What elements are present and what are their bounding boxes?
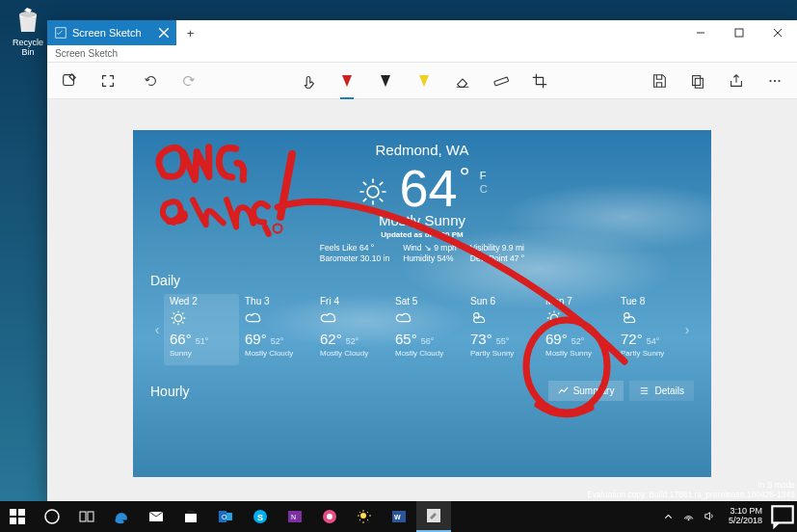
- canvas-area[interactable]: Redmond, WA 64° F C Mostly Sunny Updated…: [47, 99, 797, 501]
- tray-volume-icon[interactable]: [703, 510, 715, 524]
- svg-text:O: O: [222, 514, 227, 520]
- new-tab-button[interactable]: +: [176, 20, 205, 45]
- svg-rect-40: [772, 506, 792, 522]
- daily-prev[interactable]: ‹: [150, 322, 164, 337]
- day-lo: 51°: [196, 336, 209, 346]
- svg-point-34: [327, 514, 332, 519]
- weather-taskbar-button[interactable]: [347, 501, 382, 532]
- day-hi: 65°: [395, 331, 417, 347]
- location-label: Redmond, WA: [150, 142, 694, 158]
- tray-chevron-icon[interactable]: [662, 510, 675, 524]
- day-condition: Sunny: [170, 349, 233, 358]
- weather-card: Redmond, WA 64° F C Mostly Sunny Updated…: [133, 130, 711, 477]
- svg-rect-27: [226, 513, 232, 520]
- task-view-button[interactable]: [69, 501, 104, 532]
- system-tray[interactable]: [654, 510, 723, 524]
- day-lo: 52°: [346, 336, 359, 346]
- day-card[interactable]: Wed 266°51°Sunny: [164, 294, 239, 365]
- svg-point-10: [367, 186, 379, 198]
- day-hi: 72°: [621, 331, 643, 347]
- svg-point-9: [778, 79, 780, 81]
- svg-rect-18: [10, 509, 16, 516]
- day-lo: 52°: [571, 336, 585, 346]
- ruler-button[interactable]: [489, 66, 514, 95]
- day-card[interactable]: Thu 369°52°Mostly Cloudy: [239, 294, 314, 365]
- copy-button[interactable]: [685, 66, 710, 95]
- crop-button[interactable]: [527, 66, 552, 95]
- evaluation-watermark: in S mode Evaluation copy. Build 17661.r…: [587, 481, 795, 499]
- day-name: Fri 4: [320, 296, 384, 306]
- new-sketch-button[interactable]: [57, 66, 82, 95]
- more-button[interactable]: [762, 66, 787, 95]
- day-hi: 69°: [245, 331, 267, 347]
- day-lo: 56°: [421, 336, 435, 346]
- day-lo: 52°: [271, 336, 284, 346]
- highlighter-button[interactable]: [412, 66, 437, 95]
- save-button[interactable]: [647, 66, 672, 95]
- expand-button[interactable]: [95, 66, 120, 95]
- touch-writing-button[interactable]: [296, 66, 321, 95]
- maximize-button[interactable]: [720, 20, 758, 45]
- svg-point-22: [45, 510, 59, 523]
- redo-button[interactable]: [176, 66, 201, 95]
- daily-title: Daily: [150, 273, 694, 288]
- svg-text:S: S: [257, 513, 263, 522]
- day-name: Mon 7: [545, 296, 609, 306]
- itunes-button[interactable]: [312, 501, 347, 532]
- cortana-button[interactable]: [35, 501, 69, 532]
- day-condition: Mostly Cloudy: [245, 349, 308, 358]
- day-hi: 66°: [170, 331, 192, 347]
- screen-sketch-taskbar-button[interactable]: [416, 501, 451, 532]
- day-condition: Partly Sunny: [470, 349, 534, 358]
- edge-button[interactable]: [104, 501, 139, 532]
- taskbar: O S N W 3:10 PM 5/2/2018: [0, 501, 797, 532]
- unit-f[interactable]: F: [480, 170, 488, 181]
- toolbar: [47, 63, 797, 99]
- share-button[interactable]: [724, 66, 749, 95]
- day-card[interactable]: Sat 565°56°Mostly Cloudy: [389, 294, 465, 365]
- onenote-button[interactable]: N: [278, 501, 312, 532]
- tray-network-icon[interactable]: [682, 510, 695, 524]
- day-hi: 73°: [470, 331, 492, 347]
- tab-screen-sketch[interactable]: Screen Sketch: [47, 20, 176, 45]
- word-button[interactable]: W: [382, 501, 416, 532]
- skype-button[interactable]: S: [243, 501, 278, 532]
- condition-label: Mostly Sunny: [150, 212, 694, 228]
- eraser-button[interactable]: [450, 66, 475, 95]
- outlook-button[interactable]: O: [208, 501, 243, 532]
- start-button[interactable]: [0, 501, 35, 532]
- day-condition: Partly Sunny: [621, 349, 680, 358]
- summary-button[interactable]: Summary: [548, 381, 624, 401]
- pen-red-button[interactable]: [334, 66, 359, 95]
- taskbar-clock[interactable]: 3:10 PM 5/2/2018: [723, 507, 768, 526]
- details-button[interactable]: Details: [629, 381, 694, 401]
- svg-rect-6: [695, 78, 703, 88]
- daily-next[interactable]: ›: [680, 322, 694, 337]
- svg-rect-4: [494, 76, 509, 85]
- close-button[interactable]: [758, 20, 797, 45]
- day-condition: Mostly Cloudy: [395, 349, 459, 358]
- unit-c[interactable]: C: [480, 183, 488, 195]
- pen-black-button[interactable]: [373, 66, 398, 95]
- day-card[interactable]: Fri 462°52°Mostly Cloudy: [314, 294, 389, 365]
- recycle-bin[interactable]: Recycle Bin: [8, 5, 48, 57]
- svg-point-39: [688, 519, 690, 520]
- day-card[interactable]: Sun 673°55°Partly Sunny: [465, 294, 540, 365]
- minimize-button[interactable]: [681, 20, 720, 45]
- svg-rect-20: [10, 518, 16, 524]
- day-card[interactable]: Tue 872°54°Partly Sunny: [615, 294, 680, 365]
- svg-point-7: [769, 79, 771, 81]
- svg-point-13: [550, 314, 557, 321]
- undo-button[interactable]: [138, 66, 163, 95]
- action-center-button[interactable]: [768, 502, 797, 531]
- day-card[interactable]: Mon 769°52°Mostly Sunny: [540, 294, 615, 365]
- day-condition: Mostly Cloudy: [320, 349, 384, 358]
- tab-close-icon[interactable]: [157, 26, 171, 40]
- svg-rect-19: [18, 509, 25, 516]
- svg-point-11: [174, 314, 181, 321]
- recycle-bin-label: Recycle Bin: [13, 38, 43, 57]
- store-button[interactable]: [173, 501, 208, 532]
- mail-button[interactable]: [139, 501, 173, 532]
- updated-label: Updated as of 3:00 PM: [150, 230, 694, 239]
- day-lo: 54°: [647, 336, 660, 346]
